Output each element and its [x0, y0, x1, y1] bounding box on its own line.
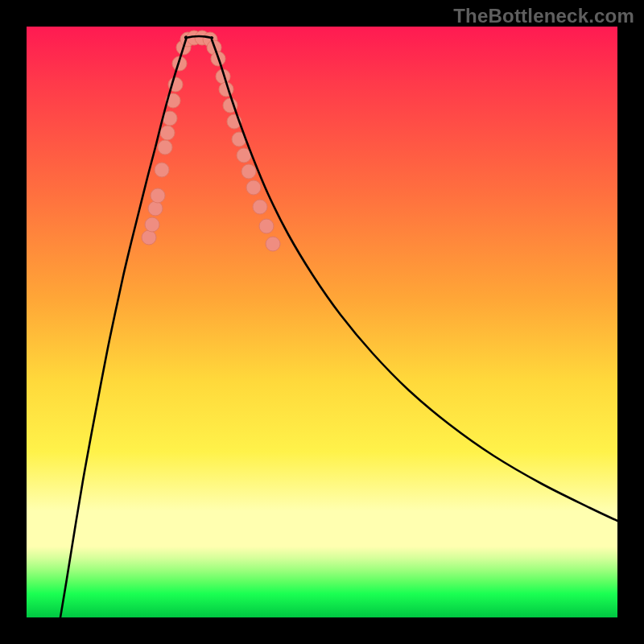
- watermark-text: TheBottleneck.com: [453, 5, 634, 27]
- data-dot: [160, 126, 175, 140]
- data-dot: [266, 237, 280, 251]
- data-dot: [151, 188, 165, 203]
- plot-area: [27, 27, 617, 617]
- data-dot: [253, 200, 267, 214]
- data-dot: [246, 180, 261, 195]
- curve-line: [60, 36, 617, 617]
- data-points: [142, 31, 280, 251]
- outer-frame: TheBottleneck.com: [0, 0, 644, 644]
- data-dot: [145, 217, 159, 232]
- chart-svg: [27, 27, 617, 617]
- data-dot: [158, 140, 172, 155]
- data-dot: [142, 230, 156, 245]
- data-dot: [155, 163, 169, 177]
- data-dot: [242, 164, 256, 179]
- data-dot: [148, 201, 163, 216]
- data-dot: [259, 219, 274, 233]
